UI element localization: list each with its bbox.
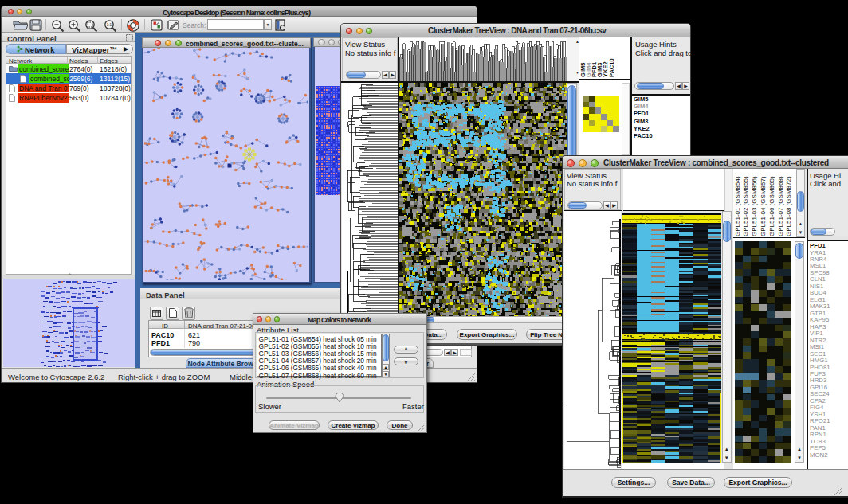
svg-text:GPL51-03 (GSM856): GPL51-03 (GSM856) bbox=[751, 176, 758, 236]
svg-text:PAC10: PAC10 bbox=[608, 58, 615, 77]
svg-text:MON2: MON2 bbox=[810, 451, 828, 459]
svg-text:GPL51-02 (GSM855): GPL51-02 (GSM855) bbox=[742, 176, 749, 236]
svg-text:GPL51-04 (GSM857): GPL51-04 (GSM857) bbox=[760, 176, 767, 236]
svg-text:GPL51-08 (GSM872): GPL51-08 (GSM872) bbox=[785, 176, 792, 236]
svg-text:GPL51-06 (GSM865): GPL51-06 (GSM865) bbox=[768, 176, 775, 236]
svg-text:1:1: 1:1 bbox=[107, 23, 112, 27]
svg-text:GPL51-01 (GSM854): GPL51-01 (GSM854) bbox=[734, 176, 741, 236]
svg-text:GPL51-07 (GSM868): GPL51-07 (GSM868) bbox=[777, 176, 784, 236]
